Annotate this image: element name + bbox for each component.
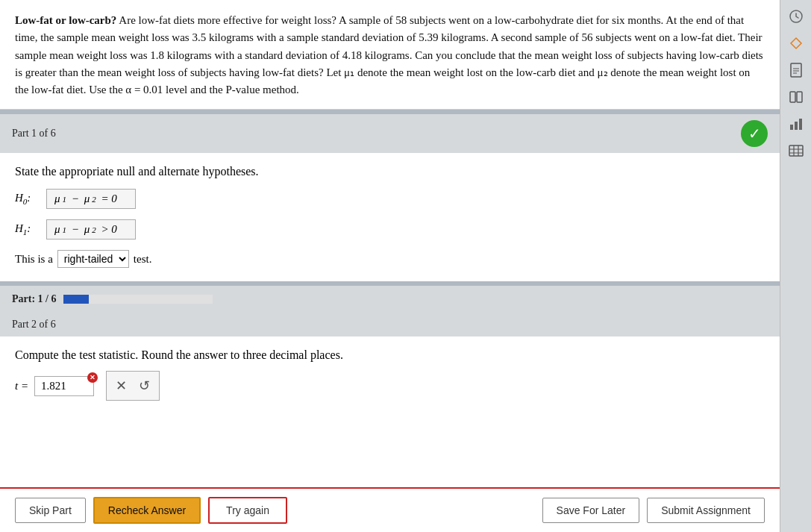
progress-label: Part: 1 / 6: [12, 293, 56, 305]
main-content: Low-fat or low-carb? Are low-fat diets m…: [0, 0, 780, 532]
skip-part-button[interactable]: Skip Part: [15, 498, 86, 523]
submit-assignment-button[interactable]: Submit Assignment: [647, 498, 765, 523]
test-suffix: test.: [134, 253, 152, 266]
part1-instruction: State the appropriate null and alternate…: [15, 165, 765, 178]
progress-bar-fill: [63, 295, 89, 304]
svg-rect-4: [790, 125, 793, 130]
part2-title: Part 2 of 6: [12, 319, 56, 330]
progress-section: Part: 1 / 6: [0, 286, 780, 313]
t-label: t =: [15, 380, 28, 392]
test-type-row: This is a right-tailed left-tailed two-t…: [15, 250, 765, 268]
calc-redo-button[interactable]: ↺: [139, 378, 150, 394]
question-bold: Low-fat or low-carb?: [15, 14, 116, 26]
t-input[interactable]: [34, 376, 94, 396]
part2-header: Part 2 of 6: [0, 313, 780, 337]
question-text: Are low-fat diets more effective for wei…: [15, 14, 763, 96]
test-prefix: This is a: [15, 253, 53, 266]
h1-value: μ1 − μ2 > 0: [46, 219, 136, 240]
h0-value: μ1 − μ2 = 0: [46, 189, 136, 209]
part2-body: Compute the test statistic. Round the an…: [0, 337, 780, 413]
back-icon[interactable]: [784, 4, 808, 28]
try-again-button[interactable]: Try again: [208, 497, 287, 524]
doc-check-icon[interactable]: [784, 58, 808, 82]
recheck-answer-button[interactable]: Recheck Answer: [93, 497, 201, 524]
calc-clear-button[interactable]: ✕: [116, 378, 127, 394]
question-area: Low-fat or low-carb? Are low-fat diets m…: [0, 0, 780, 110]
part1-section: Part 1 of 6 ✓ State the appropriate null…: [0, 114, 780, 281]
error-indicator: ✕: [87, 372, 98, 383]
svg-rect-1: [791, 63, 801, 77]
part1-header: Part 1 of 6 ✓: [0, 114, 780, 153]
h0-label: H0:: [15, 192, 46, 206]
compute-row: t = ✕ ✕ ↺: [15, 371, 765, 401]
svg-rect-6: [799, 119, 802, 130]
book-icon[interactable]: [784, 85, 808, 109]
t-input-wrapper: ✕: [34, 376, 94, 396]
part1-body: State the appropriate null and alternate…: [0, 153, 780, 281]
table-icon[interactable]: [784, 139, 808, 163]
svg-rect-2: [790, 92, 795, 102]
test-type-select[interactable]: right-tailed left-tailed two-tailed: [57, 250, 129, 268]
h1-row: H1: μ1 − μ2 > 0: [15, 219, 765, 240]
chart-icon[interactable]: [784, 112, 808, 136]
h0-row: H0: μ1 − μ2 = 0: [15, 189, 765, 209]
svg-rect-5: [795, 122, 798, 130]
progress-bar-container: [63, 295, 213, 304]
svg-rect-3: [797, 92, 802, 102]
part2-instruction: Compute the test statistic. Round the an…: [15, 348, 765, 362]
right-sidebar: [780, 0, 811, 532]
save-for-later-button[interactable]: Save For Later: [542, 498, 640, 523]
calculator-popup: ✕ ↺: [106, 371, 160, 401]
part1-checkmark: ✓: [741, 120, 768, 147]
diamond-icon[interactable]: [784, 31, 808, 55]
h1-label: H1:: [15, 222, 46, 237]
part2-section: Part 2 of 6 Compute the test statistic. …: [0, 313, 780, 487]
part1-title: Part 1 of 6: [12, 128, 56, 140]
bottom-bar: Skip Part Recheck Answer Try again Save …: [0, 487, 780, 532]
svg-rect-7: [789, 145, 803, 156]
